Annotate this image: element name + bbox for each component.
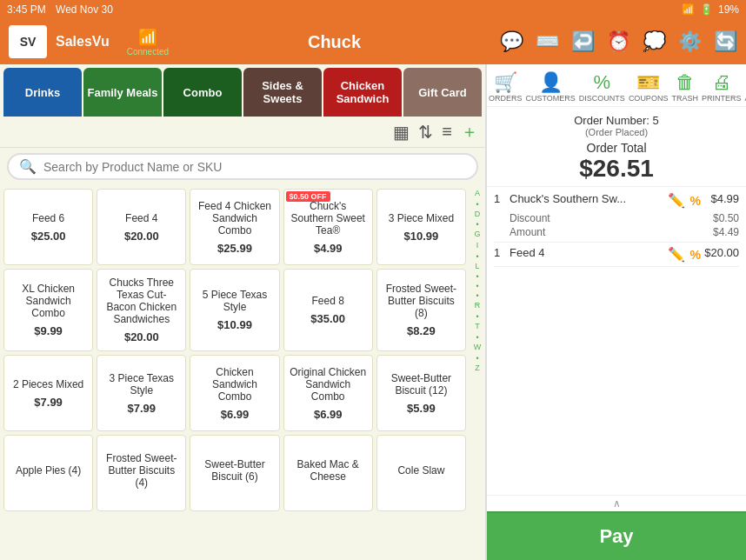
- product-name-15: Apple Pies (4): [16, 464, 81, 477]
- product-name-9: Frosted Sweet-Butter Biscuits (8): [383, 283, 460, 319]
- order-icon-attrib[interactable]: ★ATTRIB...: [743, 70, 746, 104]
- alpha-dot-6: •: [476, 252, 478, 261]
- order-item-edit-0[interactable]: ✏️: [668, 192, 685, 209]
- category-tab-5[interactable]: Gift Card: [403, 68, 482, 117]
- order-item-name-1: Feed 4: [510, 246, 664, 259]
- category-tab-2[interactable]: Combo: [163, 68, 242, 117]
- alarm-icon[interactable]: ⏰: [607, 30, 630, 53]
- product-price-8: $35.00: [310, 312, 345, 325]
- product-name-6: Chucks Three Texas Cut-Bacon Chicken San…: [103, 277, 180, 325]
- product-cell-12[interactable]: Chicken Sandwich Combo$6.99: [190, 355, 279, 431]
- product-cell-15[interactable]: Apple Pies (4): [3, 435, 93, 511]
- order-icon-discounts[interactable]: %DISCOUNTS: [577, 70, 627, 104]
- product-cell-8[interactable]: Feed 8$35.00: [283, 269, 373, 351]
- product-cell-1[interactable]: Feed 4$20.00: [97, 189, 186, 265]
- product-price-5: $9.99: [34, 324, 63, 337]
- order-icon-symbol-0: 🛒: [494, 71, 517, 94]
- barcode-icon[interactable]: ▦: [393, 122, 410, 143]
- search-input[interactable]: [43, 160, 466, 174]
- product-cell-5[interactable]: XL Chicken Sandwich Combo$9.99: [3, 269, 93, 351]
- product-name-14: Sweet-Butter Biscuit (12): [383, 372, 460, 397]
- alpha-letter-L[interactable]: L: [475, 262, 479, 272]
- logo: SV: [9, 25, 47, 58]
- order-icon-orders[interactable]: 🛒ORDERS: [487, 70, 524, 104]
- product-cell-3[interactable]: $0.50 OFFChuck's Southern Sweet Tea®$4.9…: [283, 189, 373, 265]
- order-item-name-0: Chuck's Southern Sw...: [510, 192, 664, 205]
- discount-amount-0: $0.50: [713, 212, 739, 224]
- list-icon[interactable]: ≡: [442, 122, 452, 142]
- order-icon-symbol-5: 🖨: [712, 71, 731, 94]
- product-cell-2[interactable]: Feed 4 Chicken Sandwich Combo$25.99: [190, 189, 279, 265]
- product-cell-18[interactable]: Baked Mac & Cheese: [283, 435, 373, 511]
- order-item-price-1: $20.00: [704, 246, 739, 259]
- product-cell-17[interactable]: Sweet-Butter Biscuit (6): [190, 435, 279, 511]
- order-total-label: Order Total: [490, 141, 743, 155]
- alpha-letter-I[interactable]: I: [476, 241, 479, 251]
- product-name-13: Original Chicken Sandwich Combo: [290, 366, 367, 403]
- product-cell-6[interactable]: Chucks Three Texas Cut-Bacon Chicken San…: [97, 269, 186, 351]
- product-cell-14[interactable]: Sweet-Butter Biscuit (12)$5.99: [376, 355, 466, 431]
- order-item-qty-0: 1: [494, 192, 506, 205]
- product-cell-4[interactable]: 3 Piece Mixed$10.99: [376, 189, 466, 265]
- keyboard-icon[interactable]: ⌨️: [536, 30, 559, 53]
- alpha-letter-W[interactable]: W: [474, 343, 482, 353]
- alpha-letter-Z[interactable]: Z: [475, 363, 480, 374]
- order-icon-symbol-3: 🎫: [636, 71, 660, 94]
- product-name-1: Feed 4: [125, 212, 157, 224]
- chat-icon[interactable]: 💬: [500, 30, 523, 53]
- product-name-5: XL Chicken Sandwich Combo: [10, 283, 87, 319]
- refresh-icon[interactable]: ↩️: [571, 30, 595, 53]
- amount-value-0: $4.49: [713, 226, 739, 238]
- settings-icon[interactable]: ⚙️: [678, 30, 702, 53]
- category-tab-3[interactable]: Sides & Sweets: [243, 68, 322, 117]
- alpha-letter-R[interactable]: R: [475, 301, 481, 311]
- alpha-letter-T[interactable]: T: [475, 322, 480, 332]
- alpha-letter-D[interactable]: D: [475, 210, 481, 220]
- order-item-price-0: $4.99: [704, 192, 739, 205]
- category-tab-4[interactable]: Chicken Sandwich: [323, 68, 402, 117]
- alpha-letter-A[interactable]: A: [475, 189, 480, 199]
- order-item-row-1: 1Feed 4✏️%$20.00: [494, 246, 739, 263]
- order-icons-bar: 🛒ORDERS👤CUSTOMERS%DISCOUNTS🎫COUPONS🗑TRAS…: [487, 64, 746, 107]
- item-divider-0: [494, 242, 739, 243]
- order-icon-printers[interactable]: 🖨PRINTERS: [700, 70, 743, 104]
- product-price-10: $7.99: [34, 396, 63, 409]
- product-cell-10[interactable]: 2 Pieces Mixed$7.99: [3, 355, 93, 431]
- header: SV SalesVu 📶 Connected Chuck 💬 ⌨️ ↩️ ⏰ 💭…: [0, 19, 746, 64]
- left-panel: DrinksFamily MealsComboSides & SweetsChi…: [0, 64, 485, 560]
- order-icon-trash[interactable]: 🗑TRASH: [669, 70, 700, 104]
- category-tab-1[interactable]: Family Meals: [83, 68, 162, 117]
- order-item-discount-row-0: Discount$0.50: [494, 212, 739, 224]
- product-cell-11[interactable]: 3 Piece Texas Style$7.99: [97, 355, 186, 431]
- order-icon-coupons[interactable]: 🎫COUPONS: [627, 70, 670, 104]
- pay-button[interactable]: Pay: [487, 511, 746, 560]
- sort-icon[interactable]: ⇅: [418, 122, 433, 143]
- order-item-discount-1[interactable]: %: [690, 248, 701, 262]
- battery-percent: 19%: [718, 3, 739, 16]
- product-cell-19[interactable]: Cole Slaw: [376, 435, 466, 511]
- alpha-letter-G[interactable]: G: [474, 230, 480, 240]
- product-name-17: Sweet-Butter Biscuit (6): [196, 458, 273, 483]
- order-item-edit-1[interactable]: ✏️: [668, 246, 685, 263]
- reload-icon[interactable]: 🔄: [714, 30, 737, 53]
- category-tab-0[interactable]: Drinks: [3, 68, 82, 117]
- product-cell-13[interactable]: Original Chicken Sandwich Combo$6.99: [283, 355, 373, 431]
- search-bar: 🔍: [0, 148, 485, 185]
- order-header: Order Number: 5 (Order Placed) Order Tot…: [487, 107, 746, 187]
- product-cell-7[interactable]: 5 Piece Texas Style$10.99: [190, 269, 279, 351]
- message-icon[interactable]: 💭: [643, 30, 666, 53]
- order-icon-label-1: CUSTOMERS: [526, 94, 576, 103]
- app-name: SalesVu: [56, 34, 110, 50]
- product-name-8: Feed 8: [312, 295, 344, 307]
- add-product-icon[interactable]: ＋: [461, 120, 478, 143]
- product-cell-0[interactable]: Feed 6$25.00: [3, 189, 93, 265]
- alpha-dot-16: •: [476, 354, 478, 363]
- order-item-discount-0[interactable]: %: [690, 194, 701, 208]
- products-grid: Feed 6$25.00Feed 4$20.00Feed 4 Chicken S…: [0, 185, 485, 515]
- order-icon-customers[interactable]: 👤CUSTOMERS: [524, 70, 577, 104]
- product-cell-16[interactable]: Frosted Sweet-Butter Biscuits (4): [97, 435, 186, 511]
- order-icon-symbol-1: 👤: [539, 71, 563, 94]
- product-cell-9[interactable]: Frosted Sweet-Butter Biscuits (8)$8.29: [376, 269, 466, 351]
- collapse-handle[interactable]: ∧: [487, 495, 746, 511]
- product-price-4: $10.99: [404, 230, 439, 243]
